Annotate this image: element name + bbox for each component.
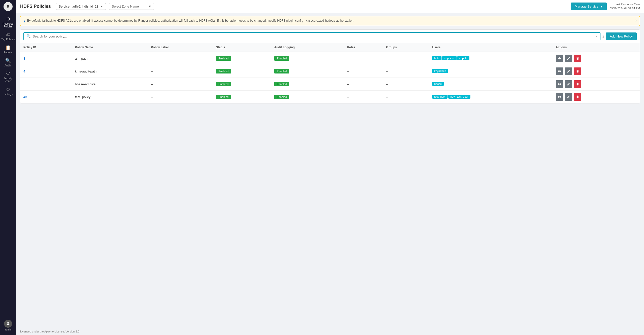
cell-policy-label: -- bbox=[148, 91, 213, 103]
search-input[interactable] bbox=[33, 34, 593, 38]
cell-policy-id: 43 bbox=[20, 91, 72, 103]
cell-audit-logging: Enabled bbox=[271, 52, 344, 65]
view-button[interactable] bbox=[556, 93, 563, 101]
action-buttons bbox=[556, 67, 637, 75]
policy-id-link[interactable]: 3 bbox=[23, 57, 25, 60]
table-row: 4 kms-audit-path -- Enabled Enabled -- -… bbox=[20, 65, 640, 78]
view-button[interactable] bbox=[556, 55, 563, 62]
edit-button[interactable] bbox=[565, 67, 572, 75]
cell-policy-label: -- bbox=[148, 52, 213, 65]
delete-button[interactable] bbox=[574, 80, 581, 88]
user-tag: test_user bbox=[432, 95, 448, 99]
sidebar-item-label: Audits bbox=[5, 64, 12, 67]
col-policy-id: Policy ID bbox=[20, 43, 72, 52]
sidebar-bottom: admin bbox=[0, 320, 16, 333]
audits-icon: 🔍 bbox=[5, 58, 11, 63]
cell-audit-logging: Enabled bbox=[271, 65, 344, 78]
delete-button[interactable] bbox=[574, 55, 581, 62]
cell-policy-name: all - path bbox=[72, 52, 148, 65]
col-users: Users bbox=[429, 43, 553, 52]
license-link[interactable]: Licensed under the Apache License, Versi… bbox=[20, 330, 79, 333]
footer: Licensed under the Apache License, Versi… bbox=[16, 328, 644, 335]
table-row: 3 all - path -- Enabled Enabled -- -- hd… bbox=[20, 52, 640, 65]
resource-policies-icon: ⊙ bbox=[6, 16, 10, 22]
col-roles: Roles bbox=[344, 43, 383, 52]
user-tag: new_test_user bbox=[448, 95, 470, 99]
tag-policies-icon: 🏷 bbox=[6, 32, 10, 37]
col-audit-logging: Audit Logging bbox=[271, 43, 344, 52]
sidebar-item-label: Security Zone bbox=[1, 77, 15, 83]
sidebar-item-label: Settings bbox=[4, 93, 13, 96]
admin-label: admin bbox=[5, 328, 11, 331]
cell-policy-name: hbase-archive bbox=[72, 78, 148, 91]
search-bar: 🔍 × ℹ Add New Policy bbox=[20, 30, 640, 43]
col-actions: Actions bbox=[553, 43, 640, 52]
last-response-info: Last Response Time 09/19/2024 04:39:24 P… bbox=[610, 3, 640, 10]
zone-placeholder: Select Zone Name bbox=[112, 5, 139, 8]
cell-policy-id: 4 bbox=[20, 65, 72, 78]
cell-policy-id: 3 bbox=[20, 52, 72, 65]
search-icon: 🔍 bbox=[26, 34, 31, 38]
edit-button[interactable] bbox=[565, 55, 572, 62]
policy-id-link[interactable]: 5 bbox=[23, 82, 25, 86]
view-button[interactable] bbox=[556, 80, 563, 88]
info-icon[interactable]: ℹ bbox=[602, 34, 604, 38]
delete-button[interactable] bbox=[574, 93, 581, 101]
table-row: 43 test_policy -- Enabled Enabled -- -- … bbox=[20, 91, 640, 103]
user-tag: impala bbox=[457, 56, 469, 60]
delete-button[interactable] bbox=[574, 67, 581, 75]
table-body: 3 all - path -- Enabled Enabled -- -- hd… bbox=[20, 52, 640, 103]
audit-logging-badge: Enabled bbox=[274, 69, 289, 73]
edit-button[interactable] bbox=[565, 80, 572, 88]
avatar[interactable] bbox=[4, 320, 12, 328]
sidebar-item-resource-policies[interactable]: ⊙ Resource Policies bbox=[0, 14, 16, 30]
clear-search-icon[interactable]: × bbox=[595, 34, 597, 38]
main-content: HDFS Policies Service : adh-2_hdfs_id_13… bbox=[16, 0, 644, 335]
cell-users: hbase bbox=[429, 78, 553, 91]
cell-users: test_usernew_test_user bbox=[429, 91, 553, 103]
security-zone-icon: 🛡 bbox=[6, 71, 10, 76]
col-status: Status bbox=[213, 43, 271, 52]
sidebar-item-settings[interactable]: ⚙ Settings bbox=[0, 85, 16, 98]
info-icon: ℹ bbox=[24, 19, 25, 23]
cell-status: Enabled bbox=[213, 52, 271, 65]
cell-status: Enabled bbox=[213, 78, 271, 91]
sidebar-item-reports[interactable]: 📋 Reports bbox=[0, 43, 16, 56]
service-dropdown[interactable]: Service : adh-2_hdfs_id_13 ▼ bbox=[56, 3, 106, 10]
table-header: Policy ID Policy Name Policy Label Statu… bbox=[20, 43, 640, 52]
sidebar-item-security-zone[interactable]: 🛡 Security Zone bbox=[0, 69, 16, 85]
table-row: 5 hbase-archive -- Enabled Enabled -- --… bbox=[20, 78, 640, 91]
alert-close-button[interactable]: × bbox=[635, 18, 637, 23]
cell-policy-name: test_policy bbox=[72, 91, 148, 103]
edit-button[interactable] bbox=[565, 93, 572, 101]
alert-message: By default, fallback to HDFS ACLs are en… bbox=[27, 19, 354, 22]
cell-policy-id: 5 bbox=[20, 78, 72, 91]
sidebar-item-audits[interactable]: 🔍 Audits bbox=[0, 56, 16, 69]
sidebar-item-label: Reports bbox=[4, 51, 12, 54]
policy-id-link[interactable]: 4 bbox=[23, 69, 25, 73]
cell-users: keyadmin bbox=[429, 65, 553, 78]
reports-icon: 📋 bbox=[5, 45, 11, 50]
sidebar-item-tag-policies[interactable]: 🏷 Tag Policies bbox=[0, 30, 16, 43]
service-label: Service : adh-2_hdfs_id_13 bbox=[59, 5, 98, 8]
action-buttons bbox=[556, 80, 637, 88]
col-policy-name: Policy Name bbox=[72, 43, 148, 52]
add-new-policy-button[interactable]: Add New Policy bbox=[606, 32, 637, 40]
zone-dropdown[interactable]: Select Zone Name ▼ bbox=[109, 3, 154, 10]
col-policy-label: Policy Label bbox=[148, 43, 213, 52]
action-buttons bbox=[556, 93, 637, 101]
user-tag: hbase bbox=[432, 82, 444, 86]
cell-roles: -- bbox=[344, 78, 383, 91]
manage-service-button[interactable]: Manage Service ▼ bbox=[571, 3, 607, 10]
policy-id-link[interactable]: 43 bbox=[23, 95, 27, 99]
manage-service-label: Manage Service bbox=[575, 5, 598, 8]
cell-groups: -- bbox=[383, 65, 429, 78]
cell-roles: -- bbox=[344, 52, 383, 65]
sidebar-item-label: Tag Policies bbox=[1, 38, 15, 41]
last-response-label: Last Response Time bbox=[610, 3, 640, 6]
alert-banner: ℹ By default, fallback to HDFS ACLs are … bbox=[20, 16, 640, 26]
cell-status: Enabled bbox=[213, 91, 271, 103]
app-logo[interactable]: R bbox=[4, 2, 13, 11]
view-button[interactable] bbox=[556, 67, 563, 75]
action-buttons bbox=[556, 55, 637, 62]
